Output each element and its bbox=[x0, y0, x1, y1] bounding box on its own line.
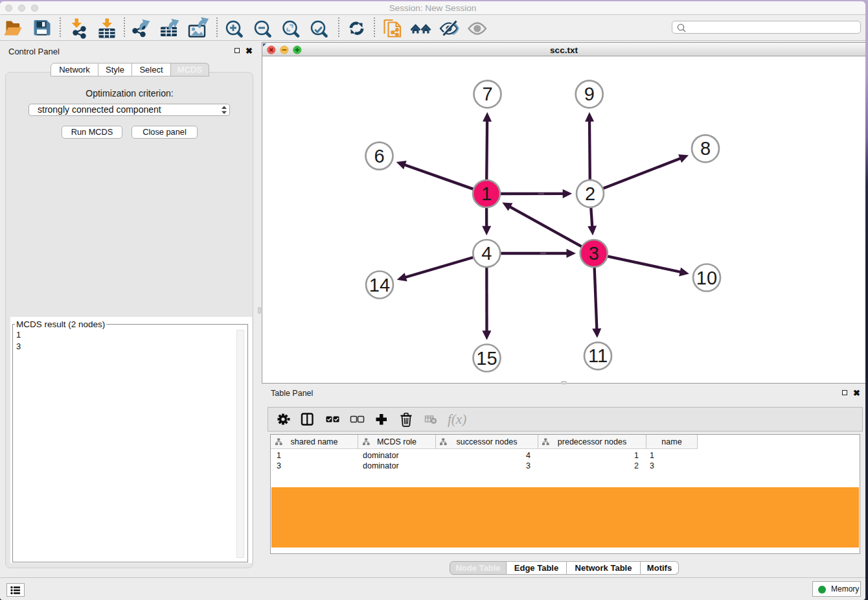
svg-text:f(x): f(x) bbox=[448, 411, 466, 427]
svg-text:7: 7 bbox=[482, 84, 492, 104]
svg-text:10: 10 bbox=[696, 267, 716, 288]
svg-text:11: 11 bbox=[588, 345, 607, 366]
svg-text:15: 15 bbox=[476, 347, 497, 368]
svg-text:4: 4 bbox=[481, 243, 492, 264]
svg-text:2: 2 bbox=[584, 183, 595, 203]
svg-text:3: 3 bbox=[588, 243, 599, 264]
svg-text:6: 6 bbox=[374, 145, 384, 166]
svg-text:9: 9 bbox=[584, 84, 594, 104]
svg-text:14: 14 bbox=[369, 274, 389, 295]
svg-text:8: 8 bbox=[700, 138, 710, 159]
svg-text:1: 1 bbox=[481, 183, 491, 204]
